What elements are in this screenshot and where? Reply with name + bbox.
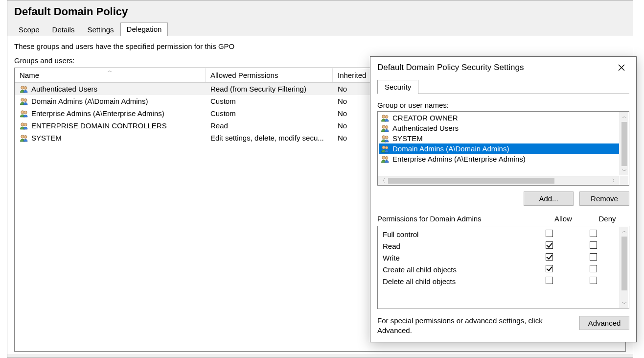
- row-name: Authenticated Users: [31, 85, 97, 93]
- row-name: SYSTEM: [31, 134, 62, 142]
- row-inherited: No: [333, 84, 367, 94]
- group-icon: [20, 85, 28, 93]
- group-icon: [20, 122, 28, 130]
- tab-scope[interactable]: Scope: [12, 23, 46, 36]
- allow-checkbox[interactable]: [546, 241, 553, 249]
- permissions-for-label: Permissions for Domain Admins: [377, 215, 541, 223]
- permission-name: Write: [383, 254, 527, 262]
- allow-checkbox[interactable]: [546, 277, 553, 284]
- list-item[interactable]: CREATOR OWNER: [379, 113, 619, 123]
- list-item-label: SYSTEM: [392, 134, 423, 143]
- group-icon: [381, 145, 390, 153]
- list-item-label: Enterprise Admins (A\Enterprise Admins): [392, 155, 526, 163]
- scroll-right-icon[interactable]: 〉: [610, 176, 619, 185]
- row-inherited: No: [333, 96, 367, 106]
- group-icon: [20, 134, 28, 142]
- allow-checkbox[interactable]: [546, 253, 553, 261]
- dialog-tabs: Security: [377, 79, 629, 94]
- close-icon: [618, 64, 625, 71]
- tab-details[interactable]: Details: [46, 23, 81, 36]
- close-button[interactable]: [613, 61, 630, 74]
- group-icon: [20, 97, 28, 105]
- remove-button[interactable]: Remove: [579, 191, 629, 206]
- perm-scroll-thumb[interactable]: [621, 237, 627, 290]
- row-name: Enterprise Admins (A\Enterprise Admins): [31, 109, 164, 118]
- permissions-vscrollbar[interactable]: ︿ ﹀: [620, 227, 628, 308]
- tab-security[interactable]: Security: [377, 80, 418, 94]
- row-inherited: No: [333, 120, 367, 131]
- group-icon: [20, 110, 28, 118]
- security-settings-dialog: Default Domain Policy Security Settings …: [370, 56, 637, 342]
- listbox-hscrollbar[interactable]: 〈 〉: [378, 176, 619, 185]
- deny-col-label: Deny: [585, 215, 629, 223]
- col-name[interactable]: Name ︿: [15, 68, 206, 82]
- permission-row: Create all child objects: [380, 263, 618, 275]
- list-item[interactable]: Authenticated Users: [379, 123, 619, 133]
- deny-checkbox[interactable]: [590, 253, 597, 261]
- row-permission: Read: [206, 120, 333, 131]
- main-tabs: Scope Details Settings Delegation: [7, 22, 633, 36]
- add-button[interactable]: Add...: [524, 191, 574, 206]
- list-item-label: Authenticated Users: [392, 124, 459, 132]
- row-permission: Read (from Security Filtering): [206, 84, 333, 94]
- scroll-up-icon[interactable]: ︿: [620, 112, 628, 121]
- list-item-label: Domain Admins (A\Domain Admins): [392, 144, 509, 153]
- panel-title: Default Domain Policy: [7, 0, 633, 21]
- scroll-down-icon[interactable]: ﹀: [620, 167, 628, 175]
- listbox-vscrollbar[interactable]: ︿ ﹀: [620, 112, 628, 175]
- group-names-label: Group or user names:: [377, 101, 629, 109]
- permission-name: Read: [383, 242, 527, 250]
- deny-checkbox[interactable]: [590, 230, 597, 237]
- hscroll-thumb[interactable]: [388, 178, 554, 184]
- dialog-title: Default Domain Policy Security Settings: [377, 63, 524, 72]
- group-icon: [381, 114, 390, 122]
- col-name-label: Name: [20, 71, 39, 79]
- deny-checkbox[interactable]: [590, 277, 597, 284]
- row-inherited: No: [333, 133, 367, 143]
- row-permission: Custom: [206, 96, 333, 106]
- deny-checkbox[interactable]: [590, 265, 597, 272]
- tab-settings[interactable]: Settings: [81, 23, 120, 36]
- group-names-listbox[interactable]: CREATOR OWNERAuthenticated UsersSYSTEMDo…: [377, 111, 629, 186]
- allow-col-label: Allow: [541, 215, 585, 223]
- list-item[interactable]: SYSTEM: [379, 133, 619, 143]
- row-inherited: No: [333, 108, 367, 119]
- group-icon: [381, 155, 390, 163]
- deny-checkbox[interactable]: [590, 241, 597, 249]
- row-permission: Custom: [206, 108, 333, 119]
- perm-scroll-up-icon[interactable]: ︿: [620, 227, 628, 236]
- col-permissions[interactable]: Allowed Permissions: [206, 68, 333, 82]
- permissions-header: Permissions for Domain Admins Allow Deny: [377, 215, 629, 223]
- row-name: ENTERPRISE DOMAIN CONTROLLERS: [31, 121, 167, 130]
- dialog-titlebar: Default Domain Policy Security Settings: [370, 57, 636, 77]
- perm-scroll-down-icon[interactable]: ﹀: [620, 299, 628, 308]
- advanced-hint-text: For special permissions or advanced sett…: [377, 316, 573, 335]
- list-item[interactable]: Enterprise Admins (A\Enterprise Admins): [379, 154, 619, 164]
- scroll-corner: [620, 176, 628, 185]
- permissions-listbox[interactable]: Full controlReadWriteCreate all child ob…: [377, 226, 629, 309]
- list-item[interactable]: Domain Admins (A\Domain Admins): [379, 143, 619, 154]
- permission-name: Delete all child objects: [383, 277, 527, 286]
- permission-row: Read: [380, 240, 618, 252]
- delegation-description: These groups and users have the specifie…: [14, 42, 626, 50]
- permission-row: Delete all child objects: [380, 275, 618, 287]
- permission-row: Write: [380, 252, 618, 263]
- permission-name: Create all child objects: [383, 265, 527, 274]
- advanced-button[interactable]: Advanced: [579, 316, 629, 330]
- list-item-label: CREATOR OWNER: [392, 114, 458, 122]
- group-icon: [381, 135, 390, 143]
- scroll-thumb[interactable]: [621, 122, 627, 166]
- row-name: Domain Admins (A\Domain Admins): [31, 97, 148, 105]
- row-permission: Edit settings, delete, modify secu...: [206, 133, 333, 143]
- scroll-left-icon[interactable]: 〈: [378, 176, 387, 185]
- permission-name: Full control: [383, 230, 527, 239]
- allow-checkbox[interactable]: [546, 230, 553, 237]
- group-icon: [381, 124, 390, 132]
- tab-delegation[interactable]: Delegation: [120, 23, 168, 36]
- allow-checkbox[interactable]: [546, 265, 553, 272]
- permission-row: Full control: [380, 228, 618, 240]
- sort-indicator-icon: ︿: [108, 68, 112, 74]
